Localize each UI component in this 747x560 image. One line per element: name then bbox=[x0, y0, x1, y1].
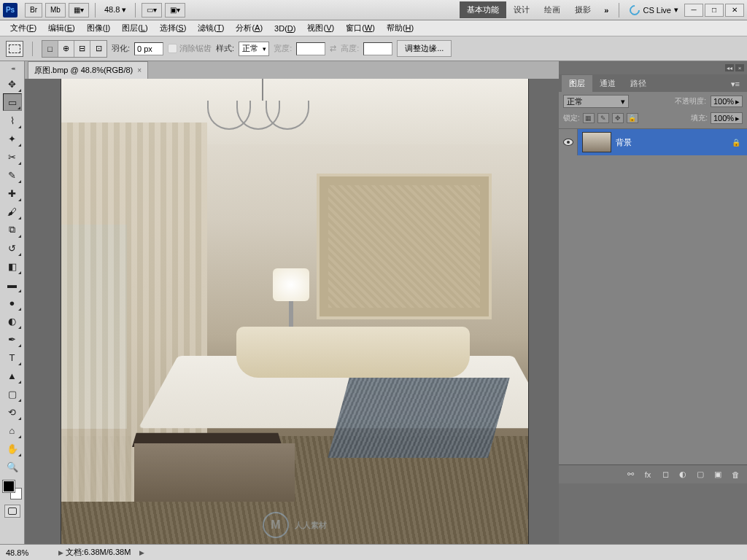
blur-tool[interactable]: ● bbox=[3, 294, 22, 311]
layer-row[interactable]: 背景 🔒 bbox=[559, 129, 747, 155]
cslive-label: CS Live bbox=[643, 6, 671, 15]
menu-image[interactable]: 图像(I) bbox=[82, 21, 115, 35]
document-tab[interactable]: 原图.bmp @ 48.8%(RGB/8) × bbox=[28, 61, 148, 79]
style-select[interactable]: 正常 bbox=[239, 42, 269, 56]
layer-visibility-toggle[interactable] bbox=[559, 129, 578, 155]
3d-tool[interactable]: ⟲ bbox=[3, 403, 22, 421]
document-tab-title: 原图.bmp @ 48.8%(RGB/8) bbox=[34, 65, 133, 76]
view-layout-button[interactable]: ▦▾ bbox=[69, 3, 89, 18]
layer-list[interactable]: 背景 🔒 bbox=[559, 129, 747, 464]
style-label: 样式: bbox=[216, 43, 234, 54]
lock-transparency-icon[interactable]: ▦ bbox=[583, 113, 595, 123]
canvas-viewport[interactable]: M 人人素材 bbox=[25, 79, 559, 544]
marquee-tool[interactable]: ▭ bbox=[3, 93, 22, 111]
cslive-button[interactable]: CS Live ▾ bbox=[630, 5, 678, 15]
path-select-tool[interactable]: ▲ bbox=[3, 367, 22, 384]
fill-input[interactable]: 100%▸ bbox=[711, 112, 743, 124]
adjustment-layer-icon[interactable]: ◐ bbox=[676, 468, 690, 481]
workspace-more-button[interactable]: » bbox=[598, 6, 614, 15]
tab-paths[interactable]: 路径 bbox=[623, 75, 654, 92]
workspace-tab-essentials[interactable]: 基本功能 bbox=[460, 1, 506, 18]
maximize-button[interactable]: □ bbox=[705, 4, 724, 17]
tab-channels[interactable]: 通道 bbox=[592, 75, 623, 92]
type-tool[interactable]: T bbox=[3, 349, 22, 366]
layer-mask-icon[interactable]: ◻ bbox=[658, 468, 673, 481]
menu-help[interactable]: 帮助(H) bbox=[382, 21, 418, 35]
menu-view[interactable]: 视图(V) bbox=[303, 21, 338, 35]
3d-camera-tool[interactable]: ⌂ bbox=[3, 421, 22, 439]
status-zoom[interactable]: 48.8% bbox=[6, 548, 50, 557]
menu-analysis[interactable]: 分析(A) bbox=[231, 21, 267, 35]
bridge-button[interactable]: Br bbox=[25, 3, 42, 18]
selection-add-button[interactable]: ⊕ bbox=[58, 41, 74, 57]
workspace-tab-design[interactable]: 设计 bbox=[506, 1, 537, 18]
arrange-button[interactable]: ▭▾ bbox=[142, 3, 162, 18]
refine-edge-button[interactable]: 调整边缘... bbox=[397, 40, 452, 57]
healing-tool[interactable]: ✚ bbox=[3, 184, 22, 202]
panel-collapse-icon[interactable]: ◂◂ bbox=[725, 64, 734, 71]
menu-file[interactable]: 文件(F) bbox=[6, 21, 41, 35]
status-menu-icon[interactable]: ▶ bbox=[139, 549, 144, 556]
hand-tool[interactable]: ✋ bbox=[3, 440, 22, 457]
zoom-tool[interactable]: 🔍 bbox=[3, 458, 22, 475]
toolbox-collapse-handle[interactable] bbox=[2, 66, 23, 71]
selection-subtract-button[interactable]: ⊟ bbox=[74, 41, 90, 57]
quick-select-tool[interactable]: ✦ bbox=[3, 130, 22, 147]
close-tab-icon[interactable]: × bbox=[137, 66, 142, 74]
link-layers-icon[interactable]: ⚯ bbox=[623, 468, 638, 481]
layers-panel-tabs: 图层 通道 路径 ▾≡ bbox=[559, 74, 747, 92]
minimize-button[interactable]: ─ bbox=[684, 4, 703, 17]
menu-layer[interactable]: 图层(L) bbox=[117, 21, 152, 35]
eyedropper-tool[interactable]: ✎ bbox=[3, 166, 22, 184]
eraser-tool[interactable]: ◧ bbox=[3, 257, 22, 275]
screen-mode-button[interactable]: ▣▾ bbox=[165, 3, 185, 18]
opacity-input[interactable]: 100%▸ bbox=[711, 96, 743, 107]
menu-select[interactable]: 选择(S) bbox=[155, 21, 191, 35]
tab-layers[interactable]: 图层 bbox=[562, 75, 592, 92]
fill-label: 填充: bbox=[691, 113, 708, 123]
stamp-tool[interactable]: ⧉ bbox=[3, 221, 22, 238]
close-button[interactable]: ✕ bbox=[725, 4, 744, 17]
panel-close-icon[interactable]: × bbox=[735, 64, 744, 71]
history-brush-tool[interactable]: ↺ bbox=[3, 239, 22, 257]
move-tool[interactable]: ✥ bbox=[3, 75, 22, 93]
workspace-tab-photography[interactable]: 摄影 bbox=[568, 1, 598, 18]
menu-edit[interactable]: 编辑(E) bbox=[44, 21, 80, 35]
gradient-tool[interactable]: ▬ bbox=[3, 276, 22, 293]
menu-filter[interactable]: 滤镜(T) bbox=[193, 21, 228, 35]
new-layer-icon[interactable]: ▣ bbox=[711, 468, 725, 481]
selection-intersect-button[interactable]: ⊡ bbox=[90, 41, 107, 57]
lasso-tool[interactable]: ⌇ bbox=[3, 112, 22, 129]
pen-tool[interactable]: ✒ bbox=[3, 330, 22, 348]
minibridge-button[interactable]: Mb bbox=[45, 3, 66, 18]
quick-mask-button[interactable] bbox=[4, 505, 20, 518]
workspace-tab-painting[interactable]: 绘画 bbox=[537, 1, 568, 18]
layer-style-icon[interactable]: fx bbox=[640, 468, 655, 481]
foreground-color[interactable] bbox=[3, 481, 15, 492]
zoom-level[interactable]: 48.8 ▾ bbox=[104, 5, 126, 15]
layer-thumbnail[interactable] bbox=[582, 132, 611, 152]
separator bbox=[135, 3, 136, 18]
selection-new-button[interactable]: □ bbox=[42, 41, 58, 57]
new-group-icon[interactable]: ▢ bbox=[693, 468, 708, 481]
shape-tool[interactable]: ▢ bbox=[3, 385, 22, 402]
tool-preset-picker[interactable] bbox=[6, 41, 23, 57]
lock-position-icon[interactable]: ✥ bbox=[612, 113, 624, 123]
status-doc-info[interactable]: ▶ 文档:6.38M/6.38M bbox=[58, 547, 131, 558]
dodge-tool[interactable]: ◐ bbox=[3, 312, 22, 330]
panel-menu-icon[interactable]: ▾≡ bbox=[724, 77, 747, 92]
menu-window[interactable]: 窗口(W) bbox=[341, 21, 379, 35]
color-swatches[interactable] bbox=[3, 481, 22, 499]
blend-mode-select[interactable]: 正常▾ bbox=[563, 95, 629, 108]
watermark-badge-icon: M bbox=[263, 512, 289, 538]
panels-dock: ◂◂ × 图层 通道 路径 ▾≡ 正常▾ 不透明度: 100%▸ 锁定: ▦ ✎… bbox=[559, 61, 747, 544]
layer-name[interactable]: 背景 bbox=[616, 137, 731, 148]
brush-tool[interactable]: 🖌 bbox=[3, 203, 22, 220]
feather-input[interactable] bbox=[134, 42, 163, 55]
feather-label: 羽化: bbox=[112, 43, 130, 54]
delete-layer-icon[interactable]: 🗑 bbox=[728, 468, 743, 481]
crop-tool[interactable]: ✂ bbox=[3, 148, 22, 166]
lock-pixels-icon[interactable]: ✎ bbox=[597, 113, 609, 123]
menu-3d[interactable]: 3D(D) bbox=[270, 23, 300, 34]
lock-all-icon[interactable]: 🔒 bbox=[627, 113, 638, 123]
